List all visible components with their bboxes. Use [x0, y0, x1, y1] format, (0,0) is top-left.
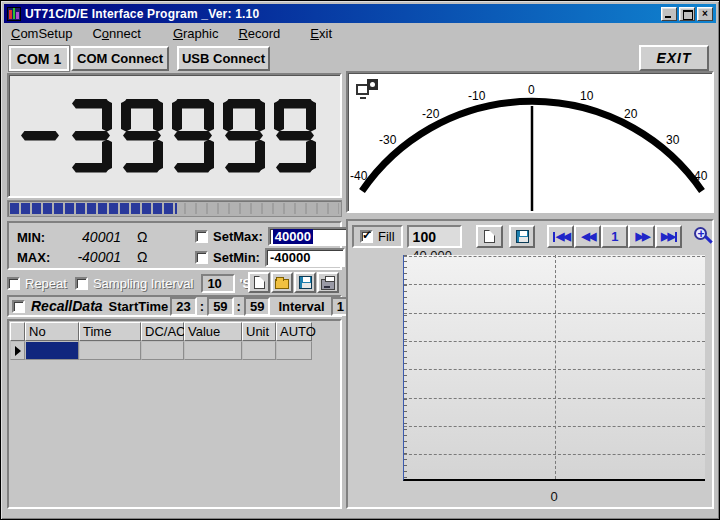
- cell-unit[interactable]: [242, 341, 276, 360]
- save-icon: [516, 230, 529, 243]
- gauge-tick: -30: [379, 133, 396, 147]
- lcd-display: [19, 99, 316, 173]
- print-icon: [321, 279, 335, 290]
- setmin-input[interactable]: -40000: [265, 248, 345, 267]
- time-colon: :: [237, 299, 241, 314]
- lcd-panel: [7, 73, 342, 198]
- sampling-row: Repeat Sampling Interval 10 'S: [7, 272, 342, 294]
- starttime-label: StartTime: [109, 299, 169, 314]
- cell-value[interactable]: [184, 341, 242, 360]
- cell-dcac[interactable]: [141, 341, 184, 360]
- max-unit: Ω: [137, 249, 147, 265]
- header-time: Time: [79, 322, 141, 341]
- table-header-row: No Time DC/AC Value Unit AUTO: [10, 322, 312, 341]
- starttime-hours-input[interactable]: 23: [170, 297, 196, 316]
- exit-button[interactable]: EXIT: [639, 45, 709, 71]
- new-file-icon: [254, 276, 265, 289]
- header-value: Value: [184, 322, 242, 341]
- current-row-arrow-icon: [15, 346, 21, 356]
- cell-auto[interactable]: [276, 341, 312, 360]
- recall-interval-label: Interval: [278, 299, 324, 314]
- com-connect-button[interactable]: COM Connect: [71, 46, 169, 71]
- menu-exit[interactable]: Exit: [303, 25, 339, 42]
- min-value: 40001: [59, 229, 121, 245]
- menu-graphic[interactable]: Graphic: [166, 25, 226, 42]
- page-nav-group: ◀◀ ◀◀ 1 ▶▶ ▶▶: [547, 225, 682, 248]
- chart-panel: Fill 100 ◀◀ ◀◀ 1 ▶▶ ▶▶ + 40.000 30.000 2…: [346, 219, 714, 509]
- points-count-input[interactable]: 100: [407, 225, 462, 248]
- new-file-button[interactable]: [248, 272, 270, 293]
- prev-page-button[interactable]: ◀◀: [574, 225, 601, 248]
- x-tick-label: 0: [403, 489, 705, 504]
- com-port-display: COM 1: [9, 46, 69, 71]
- max-label: MAX:: [17, 250, 59, 265]
- max-value: -40001: [59, 249, 121, 265]
- minmax-panel: MIN: 40001 Ω MAX: -40001 Ω SetMax: 40000…: [7, 221, 342, 270]
- setmax-input[interactable]: 40000: [268, 227, 348, 246]
- sampling-interval-input[interactable]: 10: [201, 274, 235, 293]
- min-label: MIN:: [17, 230, 59, 245]
- repeat-checkbox[interactable]: [7, 277, 20, 290]
- time-colon: :: [200, 299, 204, 314]
- main-toolbar: COM 1 COM Connect USB Connect EXIT: [4, 44, 716, 72]
- sampling-interval-checkbox[interactable]: [75, 277, 88, 290]
- record-table: No Time DC/AC Value Unit AUTO: [10, 322, 312, 360]
- gauge-tick: 10: [580, 89, 593, 103]
- gauge-tick: 0: [528, 83, 535, 97]
- first-page-button[interactable]: ◀◀: [547, 225, 574, 248]
- cell-time[interactable]: [79, 341, 141, 360]
- minimize-button[interactable]: [661, 7, 677, 21]
- setmin-checkbox[interactable]: [195, 251, 208, 264]
- next-page-button[interactable]: ▶▶: [628, 225, 655, 248]
- starttime-seconds-input[interactable]: 59: [244, 297, 270, 316]
- lcd-bargraph: [7, 200, 342, 217]
- page-number: 1: [601, 225, 628, 248]
- chart-new-button[interactable]: [476, 225, 503, 248]
- device-icon: [356, 79, 378, 98]
- save-icon: [299, 276, 312, 289]
- title-bar: UT71C/D/E Interface Program _Ver: 1.10 ×: [4, 4, 716, 23]
- min-unit: Ω: [137, 229, 147, 245]
- analog-gauge-panel: -40 -30 -20 -10 0 10 20 30 40: [346, 71, 714, 213]
- setmax-checkbox[interactable]: [195, 230, 208, 243]
- menu-bar: ComSetup Connect Graphic Record Exit: [4, 24, 716, 43]
- gauge-tick: -20: [422, 107, 439, 121]
- menu-connect[interactable]: Connect: [85, 25, 147, 42]
- maximize-button[interactable]: [679, 7, 695, 21]
- menu-record[interactable]: Record: [231, 25, 287, 42]
- app-icon: [7, 7, 21, 21]
- gauge-tick: 30: [666, 133, 679, 147]
- zoom-in-icon[interactable]: +: [692, 227, 710, 247]
- recalldata-label: RecallData: [31, 298, 103, 314]
- print-button[interactable]: [317, 272, 339, 293]
- recalldata-checkbox[interactable]: [12, 300, 25, 313]
- lcd-bargraph-fill: [10, 203, 177, 214]
- record-table-panel: No Time DC/AC Value Unit AUTO: [7, 319, 342, 509]
- window-title: UT71C/D/E Interface Program _Ver: 1.10: [25, 7, 661, 21]
- usb-connect-button[interactable]: USB Connect: [177, 46, 270, 71]
- header-no: No: [25, 322, 79, 341]
- open-file-button[interactable]: [271, 272, 293, 293]
- open-folder-icon: [275, 279, 289, 289]
- sampling-interval-label: Sampling Interval: [93, 276, 193, 291]
- starttime-minutes-input[interactable]: 59: [207, 297, 233, 316]
- close-button[interactable]: ×: [697, 7, 713, 21]
- setmin-label: SetMin:: [213, 250, 260, 265]
- cell-no[interactable]: [25, 341, 79, 360]
- table-row: [10, 341, 312, 360]
- fill-well: Fill: [352, 225, 403, 248]
- header-row-selector: [10, 322, 25, 341]
- header-dcac: DC/AC: [141, 322, 184, 341]
- setmax-label: SetMax:: [213, 229, 263, 244]
- chart-area: 40.000 30.000 20.000 10.000 0 -10.000 -2…: [350, 251, 710, 505]
- row-selector[interactable]: [10, 341, 25, 360]
- chart-save-button[interactable]: [509, 225, 536, 248]
- gauge-tick: -10: [468, 89, 485, 103]
- last-page-button[interactable]: ▶▶: [655, 225, 682, 248]
- chart-plot: [403, 255, 705, 481]
- fill-checkbox[interactable]: [360, 230, 373, 243]
- new-file-icon: [484, 230, 495, 243]
- app-window: UT71C/D/E Interface Program _Ver: 1.10 ×…: [0, 0, 720, 520]
- menu-comsetup[interactable]: ComSetup: [4, 25, 79, 42]
- save-file-button[interactable]: [294, 272, 316, 293]
